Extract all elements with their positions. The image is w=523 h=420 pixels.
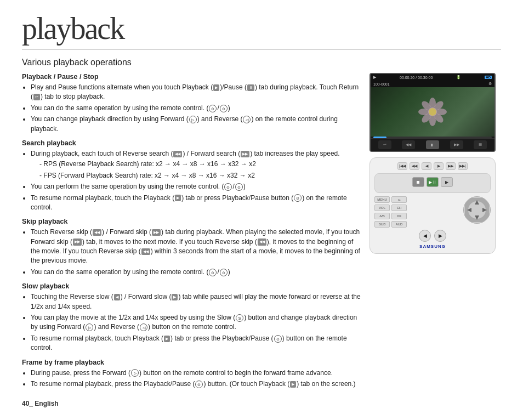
remote-extra-row2: VOL CH	[374, 205, 407, 211]
search-playback-list: During playback, each touch of Reverse s…	[22, 149, 361, 212]
remote-extra-row4: SUB AUD	[374, 221, 407, 228]
remote-icon: ⊙	[209, 269, 217, 276]
remote-audio-btn[interactable]: AUD	[391, 221, 407, 228]
flower-svg	[416, 95, 449, 128]
forward-icon: ▷	[189, 116, 197, 123]
play-icon: ▶	[175, 195, 181, 201]
screen-file-row: 100-0001 ⚙	[371, 81, 494, 87]
flower-image	[371, 87, 494, 137]
playpause-icon: ⊙	[294, 194, 302, 202]
remote-prev-btn[interactable]: |◀◀	[397, 162, 407, 170]
samsung-logo: SAMSUNG	[374, 244, 491, 249]
callout-right-btn: ▶	[434, 230, 446, 242]
menu-btn[interactable]: ☰	[474, 140, 487, 149]
skip-playback-list: Touch Reverse skip (◀◀) / Forward skip (…	[22, 228, 361, 277]
list-item: To resume normal playback, touch the Pla…	[31, 194, 361, 213]
remote-fwd-btn[interactable]: ▶	[434, 162, 444, 170]
remote-return-btn[interactable]: ⊳	[391, 196, 407, 203]
play-icon: ▶	[164, 336, 170, 342]
page-footer: 40_ English	[22, 400, 501, 407]
remote-slow-btn[interactable]: ▶	[441, 177, 453, 187]
screen-time: 00:00:20 / 00:30:00	[400, 76, 433, 80]
rev-skip-icon: ◀◀	[141, 248, 150, 255]
rev-search-icon: ◀◀	[173, 151, 182, 157]
remote-ok-btn[interactable]: OK	[391, 213, 407, 219]
pause-btn[interactable]: ⏸	[426, 140, 439, 149]
playback-pause-stop-list: Play and Pause functions alternate when …	[22, 83, 361, 134]
subsection-slow-playback: Slow playback	[22, 282, 361, 290]
screen-icon: ▶	[373, 75, 376, 80]
rew-btn[interactable]: ◀◀	[402, 140, 415, 149]
return-icon: ↩	[33, 94, 40, 100]
remote-extra-row: MENU ⊳	[374, 196, 407, 203]
remote-next-btn[interactable]: ▶▶|	[458, 162, 468, 170]
fwd-skip-icon: ▶▶	[152, 229, 161, 236]
images-column: ▶ 00:00:20 / 00:30:00 🔋 HD 100-0001 ⚙	[369, 73, 501, 391]
list-item: During playback, each touch of Reverse s…	[31, 149, 361, 180]
list-item: During pause, press the Forward (▷) butt…	[31, 368, 361, 378]
remote-right-column: MENU ⊳ VOL CH A/B OK SUB AUD	[374, 196, 407, 228]
fwd-search-icon: ▶▶	[241, 151, 249, 157]
remote-center-panel: ⏹ ▶⏸ ▶	[374, 173, 491, 193]
list-item: RPS (Reverse Playback Search) rate: x2 →…	[39, 160, 361, 169]
list-item: You can change playback direction by usi…	[31, 115, 361, 134]
file-label: 100-0001	[373, 82, 390, 86]
remote-ch-btn[interactable]: CH	[391, 205, 407, 211]
screen-mockup: ▶ 00:00:20 / 00:30:00 🔋 HD 100-0001 ⚙	[369, 73, 496, 152]
play-icon: ▶	[213, 84, 219, 91]
remote-menu-btn[interactable]: MENU	[374, 196, 390, 203]
frame-by-frame-list: During pause, press the Forward (▷) butt…	[22, 368, 361, 389]
remote-play-btn[interactable]: ▶⏸	[427, 177, 439, 187]
list-item: FPS (Forward Playback Search) rate: x2 →…	[39, 171, 361, 180]
remote-mockup: |◀◀ ◀◀ ◀ ▶ ▶▶ ▶▶| ⏹ ▶⏸ ▶ MENU ⊳	[369, 157, 496, 254]
subsection-playback-pause-stop: Playback / Pause / Stop	[22, 73, 361, 81]
hd-badge: HD	[485, 76, 492, 79]
back-btn[interactable]: ↩	[378, 140, 391, 149]
remote-sub-btn[interactable]: SUB	[374, 221, 390, 228]
subsection-search-playback: Search playback	[22, 139, 361, 147]
list-item: Play and Pause functions alternate when …	[31, 83, 361, 102]
remote-nav-circle[interactable]	[463, 196, 491, 224]
list-item: You can play the movie at the 1/2x and 1…	[31, 313, 361, 332]
remote-bottom-area: MENU ⊳ VOL CH A/B OK SUB AUD	[374, 196, 491, 228]
remote-icon: ⊙	[220, 269, 228, 276]
list-item: Touch Reverse skip (◀◀) / Forward skip (…	[31, 228, 361, 266]
slow-icon: S	[236, 314, 243, 322]
page-title: playback	[22, 11, 501, 50]
screen-progress-fill	[373, 137, 386, 138]
rev-skip-icon: ◀◀	[93, 229, 101, 236]
list-item: You can perform the same operation by us…	[31, 182, 361, 191]
remote-ffwd-btn[interactable]: ▶▶	[446, 162, 456, 170]
remote-vol-btn[interactable]: VOL	[374, 205, 390, 211]
remote-stop-btn[interactable]: ⏹	[412, 177, 424, 187]
play-icon: ▶	[290, 381, 296, 388]
list-item: You can do the same operation by using t…	[31, 104, 361, 113]
ffwd-btn[interactable]: ▶▶	[450, 140, 463, 149]
svg-point-9	[429, 108, 436, 116]
list-item: To resume normal playback, touch Playbac…	[31, 334, 361, 353]
fwd-slow-icon: ▶	[172, 294, 178, 300]
list-item: To resume normal playback, press the Pla…	[31, 379, 361, 389]
slow-playback-list: Touching the Reverse slow (◀) / Forward …	[22, 292, 361, 353]
fwd-skip-icon: ▶▶	[73, 239, 82, 245]
remote-ab-btn[interactable]: A/B	[374, 213, 390, 219]
pause-icon: ⏸	[247, 84, 254, 91]
section-title: Various playback operations	[22, 58, 501, 67]
reverse-icon: ◁	[243, 116, 251, 123]
rev-skip-icon: ◀◀	[258, 239, 266, 245]
search-sublist: RPS (Reverse Playback Search) rate: x2 →…	[31, 160, 361, 180]
svg-point-15	[473, 206, 481, 214]
rev-slow-icon: ◀	[114, 294, 120, 300]
subsection-skip-playback: Skip playback	[22, 218, 361, 225]
content-column: Playback / Pause / Stop Play and Pause f…	[22, 73, 361, 391]
remote-icon: ⊙	[235, 183, 243, 191]
list-item: Touching the Reverse slow (◀) / Forward …	[31, 292, 361, 311]
playpause-icon: ⊙	[274, 335, 282, 343]
remote-nav-area	[463, 196, 491, 224]
remote-rwd-btn[interactable]: ◀	[422, 162, 431, 170]
remote-icon: ⊙	[209, 105, 217, 112]
screen-image-area	[371, 87, 494, 137]
remote-icon: ⊙	[220, 105, 228, 112]
playpause-icon: ⊙	[195, 381, 203, 388]
remote-rew-btn[interactable]: ◀◀	[410, 162, 419, 170]
